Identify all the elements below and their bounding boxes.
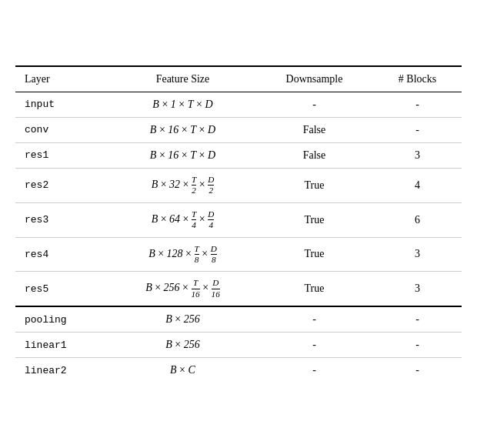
table-container: Layer Feature Size Downsample # Blocks i… <box>15 65 462 383</box>
cell-blocks: - <box>373 306 462 333</box>
cell-downsample: True <box>255 272 373 306</box>
cell-downsample: - <box>255 333 373 358</box>
cell-blocks: - <box>373 333 462 358</box>
table-row: res1B × 16 × T × DFalse3 <box>15 142 462 168</box>
table-row: linear1B × 256-- <box>15 333 462 358</box>
cell-layer: linear2 <box>15 358 110 383</box>
architecture-table: Layer Feature Size Downsample # Blocks i… <box>15 65 462 383</box>
cell-feature-size: B × 16 × T × D <box>110 117 255 142</box>
table-row: res5B × 256 × T16 × D16True3 <box>15 272 462 306</box>
cell-feature-size: B × 16 × T × D <box>110 142 255 168</box>
cell-layer: res1 <box>15 142 110 168</box>
cell-downsample: - <box>255 306 373 333</box>
cell-downsample: False <box>255 117 373 142</box>
cell-layer: res5 <box>15 272 110 306</box>
table-row: inputB × 1 × T × D-- <box>15 92 462 117</box>
table-row: res3B × 64 × T4 × D4True6 <box>15 202 462 237</box>
cell-layer: res3 <box>15 202 110 237</box>
cell-downsample: True <box>255 202 373 237</box>
cell-blocks: 3 <box>373 272 462 306</box>
cell-blocks: 3 <box>373 142 462 168</box>
cell-layer: input <box>15 92 110 117</box>
table-row: res4B × 128 × T8 × D8True3 <box>15 237 462 272</box>
cell-layer: conv <box>15 117 110 142</box>
cell-blocks: - <box>373 92 462 117</box>
cell-blocks: 4 <box>373 168 462 202</box>
cell-feature-size: B × 1 × T × D <box>110 92 255 117</box>
col-header-feature-size: Feature Size <box>110 66 255 92</box>
cell-layer: res4 <box>15 237 110 272</box>
cell-feature-size: B × 256 × T16 × D16 <box>110 272 255 306</box>
cell-feature-size: B × 32 × T2 × D2 <box>110 168 255 202</box>
cell-blocks: - <box>373 117 462 142</box>
table-row: poolingB × 256-- <box>15 306 462 333</box>
col-header-layer: Layer <box>15 66 110 92</box>
cell-layer: linear1 <box>15 333 110 358</box>
table-row: res2B × 32 × T2 × D2True4 <box>15 168 462 202</box>
col-header-blocks: # Blocks <box>373 66 462 92</box>
cell-downsample: True <box>255 168 373 202</box>
cell-feature-size: B × 128 × T8 × D8 <box>110 237 255 272</box>
cell-blocks: - <box>373 358 462 383</box>
cell-blocks: 3 <box>373 237 462 272</box>
cell-layer: pooling <box>15 306 110 333</box>
cell-layer: res2 <box>15 168 110 202</box>
cell-feature-size: B × 256 <box>110 333 255 358</box>
col-header-downsample: Downsample <box>255 66 373 92</box>
cell-feature-size: B × 256 <box>110 306 255 333</box>
cell-downsample: False <box>255 142 373 168</box>
table-row: linear2B × C-- <box>15 358 462 383</box>
cell-downsample: - <box>255 358 373 383</box>
cell-feature-size: B × 64 × T4 × D4 <box>110 202 255 237</box>
table-row: convB × 16 × T × DFalse- <box>15 117 462 142</box>
table-header-row: Layer Feature Size Downsample # Blocks <box>15 66 462 92</box>
cell-blocks: 6 <box>373 202 462 237</box>
cell-feature-size: B × C <box>110 358 255 383</box>
cell-downsample: True <box>255 237 373 272</box>
cell-downsample: - <box>255 92 373 117</box>
